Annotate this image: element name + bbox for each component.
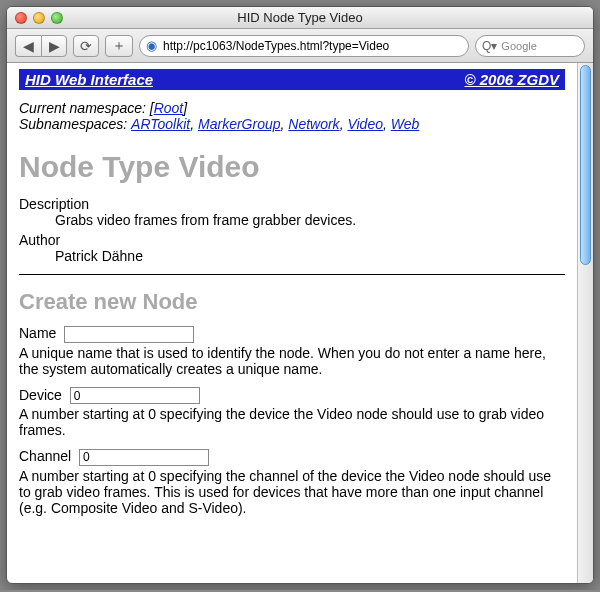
channel-help: A number starting at 0 specifying the ch… xyxy=(19,468,565,516)
name-label: Name xyxy=(19,325,56,341)
banner-right-link[interactable]: © 2006 ZGDV xyxy=(465,71,559,88)
namespace-root-link[interactable]: Root xyxy=(154,100,184,116)
definition-list: Description Grabs video frames from fram… xyxy=(19,196,565,264)
channel-input[interactable] xyxy=(79,449,209,466)
page-banner: HID Web Interface © 2006 ZGDV xyxy=(19,69,565,90)
add-bookmark-button[interactable]: ＋ xyxy=(105,35,133,57)
back-button[interactable]: ◀ xyxy=(15,35,41,57)
namespace-label: Current namespace: xyxy=(19,100,146,116)
divider xyxy=(19,274,565,275)
page-title: Node Type Video xyxy=(19,150,565,184)
reload-button[interactable]: ⟳ xyxy=(73,35,99,57)
subns-link[interactable]: ARToolkit xyxy=(131,116,190,132)
field-row-device: Device xyxy=(19,387,565,405)
search-placeholder: Google xyxy=(501,40,536,52)
page-content: HID Web Interface © 2006 ZGDV Current na… xyxy=(7,63,577,583)
forward-button[interactable]: ▶ xyxy=(41,35,67,57)
viewport: HID Web Interface © 2006 ZGDV Current na… xyxy=(7,63,593,583)
author-value: Patrick Dähne xyxy=(55,248,565,264)
create-heading: Create new Node xyxy=(19,289,565,315)
subnamespace-label: Subnamespaces: xyxy=(19,116,127,132)
field-row-name: Name xyxy=(19,325,565,343)
browser-window: HID Node Type Video ◀ ▶ ⟳ ＋ ◉ http://pc1… xyxy=(6,6,594,584)
author-label: Author xyxy=(19,232,565,248)
nav-buttons: ◀ ▶ xyxy=(15,35,67,57)
scrollbar-track[interactable] xyxy=(577,63,593,583)
desc-value: Grabs video frames from frame grabber de… xyxy=(55,212,565,228)
window-title: HID Node Type Video xyxy=(7,10,593,25)
url-text: http://pc1063/NodeTypes.html?type=Video xyxy=(163,39,462,53)
device-input[interactable] xyxy=(70,387,200,404)
safari-favicon-icon: ◉ xyxy=(143,38,159,54)
browser-toolbar: ◀ ▶ ⟳ ＋ ◉ http://pc1063/NodeTypes.html?t… xyxy=(7,29,593,63)
subns-link[interactable]: Network xyxy=(288,116,339,132)
subns-link[interactable]: Web xyxy=(391,116,420,132)
close-icon[interactable] xyxy=(15,12,27,24)
banner-home-link[interactable]: HID Web Interface xyxy=(25,71,153,88)
device-help: A number starting at 0 specifying the de… xyxy=(19,406,565,438)
window-controls xyxy=(7,12,63,24)
minimize-icon[interactable] xyxy=(33,12,45,24)
subns-link[interactable]: MarkerGroup xyxy=(198,116,280,132)
subns-link[interactable]: Video xyxy=(347,116,383,132)
url-bar[interactable]: ◉ http://pc1063/NodeTypes.html?type=Vide… xyxy=(139,35,469,57)
namespace-block: Current namespace: [Root] Subnamespaces:… xyxy=(19,100,565,132)
desc-label: Description xyxy=(19,196,565,212)
search-field[interactable]: Q▾ Google xyxy=(475,35,585,57)
device-label: Device xyxy=(19,387,62,403)
scrollbar-thumb[interactable] xyxy=(580,65,591,265)
search-icon: Q▾ xyxy=(482,39,497,53)
channel-label: Channel xyxy=(19,448,71,464)
field-row-channel: Channel xyxy=(19,448,565,466)
zoom-icon[interactable] xyxy=(51,12,63,24)
name-input[interactable] xyxy=(64,326,194,343)
name-help: A unique name that is used to identify t… xyxy=(19,345,565,377)
titlebar[interactable]: HID Node Type Video xyxy=(7,7,593,29)
